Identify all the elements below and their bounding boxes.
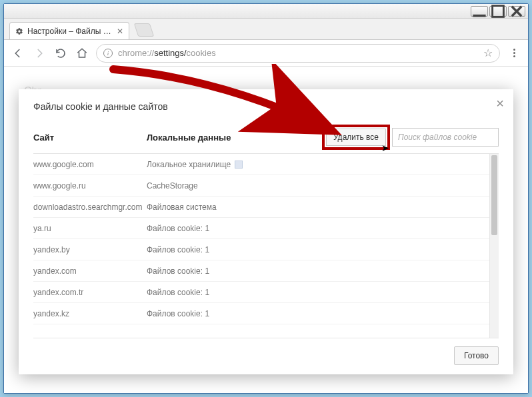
bookmark-star-icon[interactable]: ☆ bbox=[483, 47, 493, 59]
browser-tab[interactable]: Настройки – Файлы coo ✕ bbox=[9, 22, 129, 39]
dialog-title: Файлы cookie и данные сайтов bbox=[33, 101, 499, 112]
table-row[interactable]: downloadastro.searchmgr.comФайловая сист… bbox=[33, 197, 499, 218]
delete-all-button[interactable]: Удалить все bbox=[326, 129, 386, 146]
home-button[interactable] bbox=[75, 46, 89, 61]
window-titlebar bbox=[4, 4, 528, 19]
cell-local-data: CacheStorage bbox=[147, 181, 499, 191]
column-header-localdata: Локальные данные bbox=[147, 133, 324, 143]
dialog-close-button[interactable]: × bbox=[496, 96, 504, 111]
cell-local-data: Файлов cookie: 1 bbox=[147, 224, 499, 233]
table-row[interactable]: yandex.byФайлов cookie: 1 bbox=[33, 239, 499, 260]
svg-rect-0 bbox=[473, 14, 485, 17]
cell-site: www.google.com bbox=[33, 160, 147, 169]
window-minimize-button[interactable] bbox=[471, 6, 488, 17]
tab-strip: Настройки – Файлы coo ✕ bbox=[4, 19, 528, 40]
table-row[interactable]: www.google.comЛокальное хранилище bbox=[33, 154, 499, 175]
back-button[interactable] bbox=[11, 46, 25, 61]
reload-button[interactable] bbox=[53, 46, 68, 61]
scrollbar-thumb[interactable] bbox=[491, 155, 497, 235]
table-row[interactable]: ya.ruФайлов cookie: 1 bbox=[33, 218, 499, 239]
forward-button[interactable] bbox=[32, 46, 47, 61]
window-maximize-button[interactable] bbox=[489, 6, 507, 17]
menu-button[interactable] bbox=[507, 46, 521, 61]
cookie-search-input[interactable] bbox=[392, 128, 499, 147]
cookies-dialog: × Файлы cookie и данные сайтов Сайт Лока… bbox=[19, 89, 513, 374]
cell-local-data: Файлов cookie: 1 bbox=[147, 309, 499, 318]
new-tab-button[interactable] bbox=[134, 23, 154, 37]
site-info-icon[interactable]: i bbox=[103, 49, 113, 58]
window-close-button[interactable] bbox=[508, 6, 525, 17]
table-row[interactable]: yandex.kzФайлов cookie: 1 bbox=[33, 303, 499, 324]
delete-all-highlight: Удалить все ➤ bbox=[324, 127, 388, 148]
table-header-row: Сайт Локальные данные Удалить все ➤ bbox=[33, 127, 499, 154]
table-row[interactable]: yandex.com.trФайлов cookie: 1 bbox=[33, 282, 499, 303]
cell-site: ya.ru bbox=[33, 224, 147, 233]
table-row[interactable]: www.google.ruCacheStorage bbox=[33, 175, 499, 197]
cell-local-data: Файлов cookie: 1 bbox=[147, 266, 499, 276]
done-button[interactable]: Готово bbox=[454, 346, 499, 365]
address-bar[interactable]: i chrome://settings/cookies ☆ bbox=[96, 44, 500, 63]
gear-icon bbox=[15, 27, 23, 35]
cell-local-data: Файловая система bbox=[147, 202, 499, 212]
svg-rect-1 bbox=[493, 5, 504, 17]
browser-toolbar: i chrome://settings/cookies ☆ bbox=[4, 40, 528, 67]
cell-site: yandex.by bbox=[33, 245, 147, 254]
cell-local-data: Файлов cookie: 1 bbox=[147, 245, 499, 254]
cell-local-data: Локальное хранилище bbox=[147, 160, 499, 169]
column-header-site: Сайт bbox=[33, 133, 147, 143]
cell-site: yandex.kz bbox=[33, 309, 147, 318]
storage-chip-icon bbox=[235, 161, 243, 169]
scrollbar[interactable] bbox=[489, 154, 499, 338]
cell-site: yandex.com bbox=[33, 266, 147, 276]
dialog-footer: Готово bbox=[33, 338, 499, 365]
cell-site: yandex.com.tr bbox=[33, 288, 147, 297]
cell-site: www.google.ru bbox=[33, 181, 147, 191]
url-text: chrome://settings/cookies bbox=[118, 48, 216, 58]
tab-close-icon[interactable]: ✕ bbox=[117, 27, 123, 36]
cell-local-data: Файлов cookie: 1 bbox=[147, 288, 499, 297]
cookies-table-body: www.google.comЛокальное хранилищеwww.goo… bbox=[33, 154, 499, 338]
cell-site: downloadastro.searchmgr.com bbox=[33, 202, 147, 212]
tab-title: Настройки – Файлы coo bbox=[27, 27, 113, 36]
table-row[interactable]: yandex.comФайлов cookie: 1 bbox=[33, 260, 499, 282]
